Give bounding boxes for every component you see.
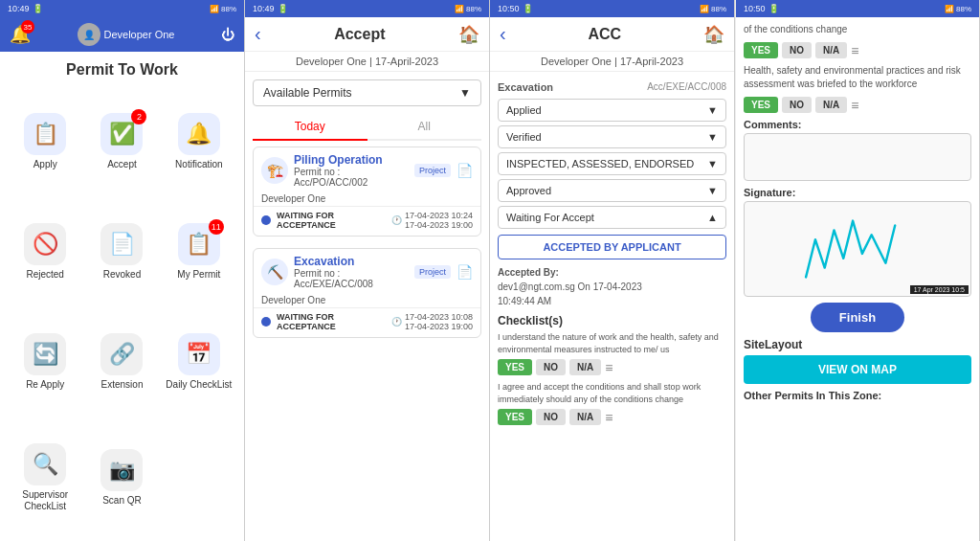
checklist-item-1: I understand the nature of work and the …	[498, 331, 726, 355]
yna-row-top: YES NO N/A ≡	[744, 42, 971, 58]
accept-label: Accept	[107, 159, 137, 170]
accept-title: Accept	[334, 26, 385, 43]
chevron-down-icon-4: ▼	[707, 185, 718, 196]
excavation-title: Excavation	[294, 255, 409, 268]
excavation-developer: Developer One	[254, 295, 480, 307]
yes-btn-top[interactable]: YES	[744, 42, 778, 58]
edit-icon-mid[interactable]: ≡	[851, 98, 858, 113]
menu-item-rejected[interactable]: 🚫 Rejected	[8, 198, 82, 306]
piling-info: Piling Operation Permit no : Acc/PO/ACC/…	[294, 153, 409, 188]
sig-timestamp: 17 Apr 2023 10:5	[910, 285, 969, 294]
acc-subtitle: Developer One | 17-April-2023	[490, 52, 734, 72]
right-panel-content: of the conditions change YES NO N/A ≡ He…	[736, 17, 979, 541]
status-bar-2: 10:49 🔋 📶 88%	[245, 0, 489, 17]
menu-item-accept[interactable]: ✅ 2 Accept	[84, 88, 159, 196]
no-btn-top[interactable]: NO	[782, 42, 812, 58]
daily-checklist-icon: 📅	[186, 342, 212, 367]
user-info: 👤 Developer One	[78, 23, 175, 46]
edit-icon-top[interactable]: ≡	[851, 43, 858, 58]
na-btn-mid[interactable]: N/A	[815, 97, 847, 113]
notification-label: Notification	[175, 159, 222, 170]
panel-accept: 10:49 🔋 📶 88% ‹ Accept 🏠 Developer One |…	[245, 0, 490, 541]
dropdown-approved[interactable]: Approved ▼	[498, 179, 726, 202]
chevron-up-icon: ▲	[707, 212, 718, 223]
dropdown-applied[interactable]: Applied ▼	[498, 99, 726, 122]
other-permits-title: Other Permits In This Zone:	[744, 390, 971, 401]
view-on-map-button[interactable]: VIEW ON MAP	[744, 355, 971, 384]
acc-home-icon[interactable]: 🏠	[703, 24, 724, 45]
permit-card-excavation[interactable]: ⛏️ Excavation Permit no : Acc/EXE/ACC/00…	[253, 248, 481, 338]
finish-button[interactable]: Finish	[811, 303, 904, 332]
no-btn-1[interactable]: NO	[536, 359, 566, 375]
excavation-permit-no: Permit no : Acc/EXE/ACC/008	[294, 268, 409, 289]
yes-btn-mid[interactable]: YES	[744, 97, 778, 113]
menu-item-revoked[interactable]: 📄 Revoked	[84, 198, 159, 306]
no-btn-2[interactable]: NO	[536, 409, 566, 425]
comments-textarea[interactable]	[744, 133, 971, 181]
acc-back-button[interactable]: ‹	[500, 23, 506, 45]
menu-item-apply[interactable]: 📋 Apply	[8, 88, 82, 196]
acc-section-row: Excavation Acc/EXE/ACC/008	[498, 78, 726, 95]
reapply-icon: 🔄	[33, 342, 58, 367]
excavation-icon: ⛏️	[261, 259, 288, 285]
permit-card-header-piling: 🏗️ Piling Operation Permit no : Acc/PO/A…	[254, 147, 480, 193]
piling-file-icon: 📄	[457, 163, 473, 178]
accept-icon-wrap: ✅ 2	[100, 113, 143, 155]
status-bar-1: 10:49 🔋 📶 88%	[0, 0, 244, 17]
signature-box[interactable]: 17 Apr 2023 10:5	[744, 201, 971, 297]
acc-header: ‹ ACC 🏠	[490, 17, 734, 52]
revoked-icon-wrap: 📄	[100, 223, 143, 265]
avatar: 👤	[78, 23, 100, 46]
available-permits-dropdown[interactable]: Available Permits ▼	[253, 79, 481, 106]
back-button[interactable]: ‹	[255, 23, 261, 45]
dropdown-inspected[interactable]: INSPECTED, ASSESSED, ENDORSED ▼	[498, 152, 726, 175]
menu-item-daily-checklist[interactable]: 📅 Daily CheckList	[162, 308, 236, 417]
menu-item-supervisor-checklist[interactable]: 🔍 Supervisor CheckList	[8, 417, 82, 537]
supervisor-checklist-icon: 🔍	[33, 452, 58, 477]
edit-icon-2[interactable]: ≡	[605, 410, 612, 425]
menu-item-extension[interactable]: 🔗 Extension	[84, 308, 159, 417]
apply-icon: 📋	[33, 122, 58, 147]
edit-icon-1[interactable]: ≡	[605, 360, 612, 375]
page-title: Permit To Work	[0, 52, 244, 84]
status-icons-1: 📶 88%	[210, 5, 236, 13]
hse-text: Health, safety and environmental practic…	[744, 64, 971, 91]
my-permit-label: My Permit	[177, 269, 220, 281]
yes-btn-2[interactable]: YES	[498, 409, 532, 425]
power-icon[interactable]: ⏻	[221, 27, 234, 42]
menu-item-notification[interactable]: 🔔 Notification	[162, 88, 236, 196]
piling-permit-no: Permit no : Acc/PO/ACC/002	[294, 167, 409, 188]
supervisor-checklist-icon-wrap: 🔍	[24, 443, 66, 485]
scan-qr-icon: 📷	[109, 458, 135, 483]
panel-right: 10:50 🔋 📶 88% of the conditions change Y…	[735, 0, 980, 541]
menu-item-reapply[interactable]: 🔄 Re Apply	[8, 308, 82, 417]
piling-status-row: WAITING FOR ACCEPTANCE 🕐 17-04-2023 10:2…	[254, 206, 480, 236]
clock-icon: 🕐	[391, 215, 402, 225]
tab-all[interactable]: All	[368, 114, 482, 139]
apply-label: Apply	[33, 159, 57, 170]
rejected-label: Rejected	[26, 269, 63, 281]
tab-today[interactable]: Today	[253, 114, 368, 141]
dropdown-waiting[interactable]: Waiting For Accept ▲	[498, 206, 726, 229]
na-btn-top[interactable]: N/A	[815, 42, 847, 58]
na-btn-1[interactable]: N/A	[569, 359, 601, 375]
home-icon[interactable]: 🏠	[458, 24, 479, 45]
no-btn-mid[interactable]: NO	[782, 97, 812, 113]
yes-btn-1[interactable]: YES	[498, 359, 532, 375]
dropdown-verified[interactable]: Verified ▼	[498, 125, 726, 148]
bell-icon[interactable]: 🔔 35	[10, 24, 31, 45]
comments-label: Comments:	[744, 119, 971, 130]
menu-item-my-permit[interactable]: 📋 11 My Permit	[162, 198, 236, 306]
status-time-1: 10:49 🔋	[8, 4, 43, 13]
acc-permit-ref: Acc/EXE/ACC/008	[647, 81, 726, 92]
permit-card-piling[interactable]: 🏗️ Piling Operation Permit no : Acc/PO/A…	[253, 147, 481, 237]
panel-acc: 10:50 🔋 📶 88% ‹ ACC 🏠 Developer One | 17…	[490, 0, 735, 541]
panel-main-menu: 10:49 🔋 📶 88% 🔔 35 👤 Developer One ⏻ Per…	[0, 0, 245, 541]
panel2-header: ‹ Accept 🏠	[245, 17, 489, 52]
na-btn-2[interactable]: N/A	[569, 409, 601, 425]
accept-icon: ✅	[109, 122, 135, 147]
yna-row-2: YES NO N/A ≡	[498, 409, 726, 425]
revoked-label: Revoked	[103, 269, 141, 281]
menu-item-scan-qr[interactable]: 📷 Scan QR	[84, 417, 159, 537]
excavation-status-dot	[261, 317, 271, 327]
